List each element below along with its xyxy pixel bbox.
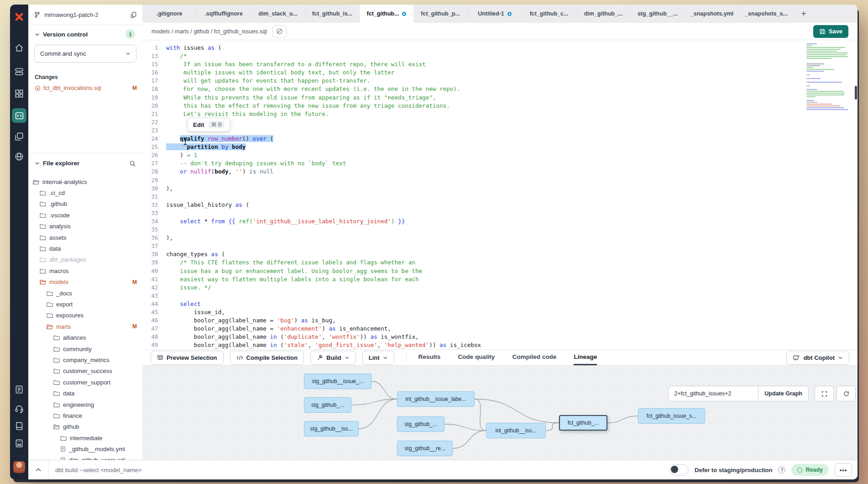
panel-tab-compiled-code[interactable]: Compiled code [512, 350, 556, 365]
tree-item-data[interactable]: data [28, 243, 142, 254]
changed-file-row[interactable]: fct_dbt_invocations.sql M [35, 83, 137, 93]
lineage-node-1[interactable]: stg_github_... [304, 397, 351, 413]
tree-item-macros[interactable]: macros [28, 265, 142, 276]
lineage-node-4[interactable]: stg_github_... [397, 416, 444, 432]
dbt-copilot-button[interactable]: dbt Copilot [786, 351, 849, 365]
tab-fct_github_p...[interactable]: fct_github_p... [413, 5, 468, 23]
database-icon[interactable] [14, 67, 24, 77]
tree-item-customer_support[interactable]: customer_support [28, 377, 142, 388]
save-button[interactable]: Save [813, 25, 848, 38]
tab-fct_github_c...[interactable]: fct_github_c... [522, 5, 576, 23]
copy-icon[interactable] [130, 11, 137, 18]
tree-item-finance[interactable]: finance [28, 410, 142, 421]
tab-dim_github_...[interactable]: dim_github_... [576, 5, 631, 23]
compile-selection-button[interactable]: Compile Selection [230, 351, 304, 365]
globe-icon[interactable] [14, 152, 24, 162]
tree-item-_github__models.yml[interactable]: _github__models.yml [28, 443, 142, 454]
lint-button[interactable]: Lint [362, 351, 394, 365]
preview-selection-button[interactable]: Preview Selection [151, 351, 224, 365]
tab-fct_github_is...[interactable]: fct_github_is... [305, 5, 360, 23]
tree-item-models[interactable]: modelsM [28, 277, 142, 288]
lineage-node-2[interactable]: stg_github__iss... [304, 421, 359, 437]
card-icon[interactable] [14, 438, 24, 448]
search-icon[interactable] [129, 160, 136, 169]
tree-item-internal-analytics[interactable]: internal-analytics [28, 176, 142, 187]
tab-.sqlfluffignore[interactable]: .sqlfluffignore [197, 5, 251, 23]
code-line-46: 46 boolor_agg(label_name = 'bug') as is_… [142, 316, 858, 325]
tab-_snapshots_s...[interactable]: _snapshots_s... [739, 5, 794, 23]
tab-dim_slack_u...[interactable]: dim_slack_u... [251, 5, 305, 23]
version-control-header[interactable]: Version control [35, 31, 88, 38]
lineage-node-0[interactable]: stg_github__issue_... [304, 374, 371, 389]
windows-icon[interactable] [14, 132, 24, 142]
headset-icon[interactable] [14, 404, 24, 414]
tree-item-alliances[interactable]: alliances [28, 332, 142, 343]
lineage-node-6[interactable]: int_github__iss... [486, 423, 546, 438]
avatar[interactable] [13, 461, 25, 473]
lineage-node-3[interactable]: int_github__issue_labe... [397, 391, 475, 407]
line-number: 48 [142, 333, 162, 341]
file-explorer-header[interactable]: File explorer [35, 160, 79, 167]
copilot-file-icon[interactable] [272, 25, 287, 38]
docs-icon[interactable] [14, 421, 24, 431]
branch-row[interactable]: mirnawong1-patch-2 [28, 5, 142, 25]
tree-item-label: exposures [56, 312, 84, 319]
tree-item-engineering[interactable]: engineering [28, 399, 142, 410]
line-number: 1 [142, 44, 162, 52]
defer-toggle[interactable] [669, 464, 689, 475]
lineage-node-7[interactable]: fct_github_... [559, 415, 607, 431]
tree-item-community[interactable]: community [28, 343, 142, 354]
update-graph-button[interactable]: Update Graph [758, 386, 809, 401]
more-options-button[interactable]: ••• [835, 463, 852, 477]
tab-.gitignore[interactable]: .gitignore [142, 5, 197, 23]
code-editor[interactable]: 1with issues as (13 /*15 If an issue has… [142, 40, 858, 349]
tab-_snapshots.yml[interactable]: _snapshots.yml [685, 5, 739, 23]
clipboard-icon[interactable] [14, 384, 24, 395]
lineage-node-8[interactable]: fct_github_issue_s... [638, 408, 705, 424]
tree-item-marts[interactable]: martsM [28, 321, 142, 332]
tree-item-_docs[interactable]: _docs [28, 288, 142, 299]
minimap-line [806, 45, 812, 46]
panel-tab-lineage[interactable]: Lineage [574, 350, 597, 365]
refresh-button[interactable] [837, 386, 856, 401]
tab-fct_github...[interactable]: fct_github... [360, 5, 413, 23]
modified-badge: M [132, 279, 137, 285]
help-icon[interactable]: ? [778, 466, 785, 473]
minimap[interactable] [806, 43, 848, 111]
tree-item-customer_success[interactable]: customer_success [28, 366, 142, 377]
shortcut-key: ⌘ B [209, 121, 225, 128]
panel-tab-code-quality[interactable]: Code quality [458, 350, 495, 365]
tree-item-.ci_cd[interactable]: .ci_cd [28, 187, 142, 198]
tab-stg_github__...[interactable]: stg_github__... [631, 5, 685, 23]
lineage-node-5[interactable]: stg_github__re... [397, 441, 453, 456]
scrollbar-thumb[interactable] [855, 86, 857, 100]
grid-icon[interactable] [14, 89, 24, 99]
tree-item-github[interactable]: github [28, 421, 142, 432]
commit-and-sync-button[interactable]: Commit and sync [34, 45, 136, 63]
code-editor-icon[interactable] [12, 108, 26, 123]
command-input[interactable]: dbt build --select <model_name> [49, 467, 669, 473]
tree-item-exposures[interactable]: exposures [28, 310, 142, 321]
build-button[interactable]: Build [310, 351, 356, 365]
panel-tab-results[interactable]: Results [418, 350, 441, 365]
dbt-logo-icon[interactable] [13, 11, 25, 23]
tree-item-analysis[interactable]: analysis [28, 221, 142, 232]
minimap-line [806, 51, 837, 52]
tree-item-.github[interactable]: .github [28, 199, 142, 210]
tree-item-.vscode[interactable]: .vscode [28, 210, 142, 221]
line-number: 42 [142, 284, 162, 292]
expand-command-bar-button[interactable] [28, 460, 49, 479]
edit-tooltip[interactable]: Edit ⌘ B [188, 118, 230, 132]
tab-Untitled-1[interactable]: Untitled-1 [468, 5, 522, 23]
fullscreen-button[interactable] [815, 386, 834, 401]
tree-item-label: customer_success [63, 368, 112, 374]
graph-selector-input[interactable]: 2+fct_github_issues+2 [668, 386, 758, 401]
new-tab-button[interactable]: + [794, 5, 814, 23]
tree-item-company_metrics[interactable]: company_metrics [28, 354, 142, 365]
tree-item-dbt_packages[interactable]: dbt_packages [28, 254, 142, 265]
home-icon[interactable] [14, 43, 24, 53]
tree-item-export[interactable]: export [28, 299, 142, 310]
tree-item-data[interactable]: data [28, 388, 142, 399]
tree-item-assets[interactable]: assets [28, 232, 142, 243]
tree-item-intermediate[interactable]: intermediate [28, 432, 142, 443]
